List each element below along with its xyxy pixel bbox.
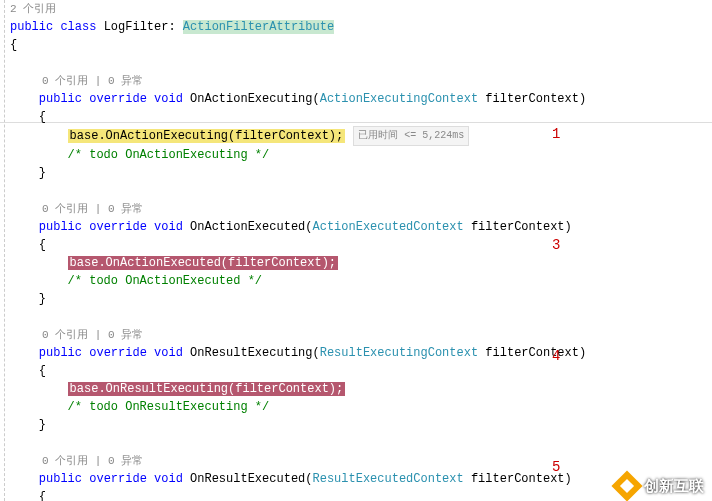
blank-line (10, 182, 712, 200)
brace-open: { (10, 236, 712, 254)
base-class: ActionFilterAttribute (183, 20, 334, 34)
method-signature: public override void OnActionExecuting(A… (10, 90, 712, 108)
code-editor[interactable]: 2 个引用 public class LogFilter: ActionFilt… (0, 0, 712, 501)
annotation-5: 5 (552, 459, 560, 475)
perf-tip: 已用时间 <= 5,224ms (353, 126, 469, 146)
annotation-1: 1 (552, 126, 560, 142)
annotation-3: 3 (552, 237, 560, 253)
class-name: LogFilter (104, 20, 169, 34)
brace-close: } (10, 290, 712, 308)
statement: base.OnActionExecuting(filterContext);已用… (10, 126, 712, 146)
blank-line (10, 308, 712, 326)
blank-line (10, 434, 712, 452)
blank-line (10, 54, 712, 72)
statement: base.OnActionExecuted(filterContext); (10, 254, 712, 272)
colon: : (168, 20, 175, 34)
brace-close: } (10, 416, 712, 434)
comment: /* todo OnActionExecuted */ (10, 272, 712, 290)
method-signature: public override void OnActionExecuted(Ac… (10, 218, 712, 236)
comment: /* todo OnActionExecuting */ (10, 146, 712, 164)
annotation-4: 4 (552, 348, 560, 364)
codelens-method[interactable]: 0 个引用 | 0 异常 (10, 452, 712, 470)
watermark: 创新互联 (616, 475, 704, 497)
comment: /* todo OnResultExecuting */ (10, 398, 712, 416)
class-declaration: public class LogFilter: ActionFilterAttr… (10, 18, 712, 36)
brace-open: { (10, 36, 712, 54)
watermark-icon (611, 470, 642, 501)
watermark-text: 创新互联 (644, 477, 704, 496)
keyword-class: class (60, 20, 96, 34)
brace-close: } (10, 164, 712, 182)
keyword-public: public (10, 20, 53, 34)
method-signature: public override void OnResultExecuted(Re… (10, 470, 712, 488)
indent-guide (4, 0, 5, 501)
codelens-method[interactable]: 0 个引用 | 0 异常 (10, 200, 712, 218)
brace-open: { (10, 488, 712, 501)
codelens-method[interactable]: 0 个引用 | 0 异常 (10, 326, 712, 344)
codelens-class[interactable]: 2 个引用 (10, 0, 712, 18)
codelens-method[interactable]: 0 个引用 | 0 异常 (10, 72, 712, 90)
brace-open: { (10, 108, 712, 126)
statement: base.OnResultExecuting(filterContext); (10, 380, 712, 398)
method-signature: public override void OnResultExecuting(R… (10, 344, 712, 362)
brace-open: { (10, 362, 712, 380)
